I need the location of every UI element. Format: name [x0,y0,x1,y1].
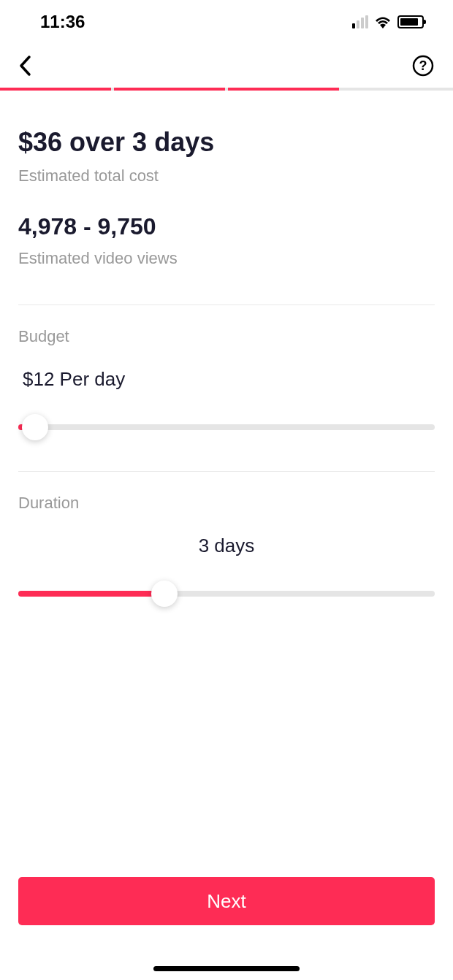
next-button[interactable]: Next [18,877,435,925]
cost-headline: $36 over 3 days [18,127,435,158]
duration-section: Duration 3 days [18,472,435,608]
back-button[interactable] [18,51,47,80]
content: $36 over 3 days Estimated total cost 4,9… [0,91,453,608]
budget-section: Budget $12 Per day [18,305,435,442]
next-button-label: Next [207,890,245,913]
help-button[interactable]: ? [411,54,435,77]
duration-value: 3 days [18,535,435,557]
cellular-signal-icon [352,15,368,28]
help-icon: ? [412,55,434,77]
budget-label: Budget [18,327,435,346]
slider-thumb[interactable] [151,581,178,607]
status-icons [352,15,424,28]
progress-step-3 [228,88,339,91]
slider-fill [18,591,164,597]
home-indicator[interactable] [153,966,300,971]
status-bar: 11:36 [0,0,453,44]
progress-step-2 [114,88,225,91]
cost-subtitle: Estimated total cost [18,166,435,185]
progress-step-1 [0,88,111,91]
nav-header: ? [0,44,453,88]
duration-label: Duration [18,494,435,513]
views-headline: 4,978 - 9,750 [18,213,435,240]
slider-thumb[interactable] [22,414,48,440]
chevron-left-icon [18,55,31,77]
wifi-icon [374,15,392,28]
progress-step-4 [342,88,453,91]
views-subtitle: Estimated video views [18,249,435,268]
budget-value: $12 Per day [18,368,435,391]
svg-text:?: ? [419,58,427,73]
battery-icon [397,15,424,28]
slider-track [18,424,435,430]
duration-slider[interactable] [18,579,435,608]
status-time: 11:36 [40,12,85,32]
budget-slider[interactable] [18,413,435,442]
